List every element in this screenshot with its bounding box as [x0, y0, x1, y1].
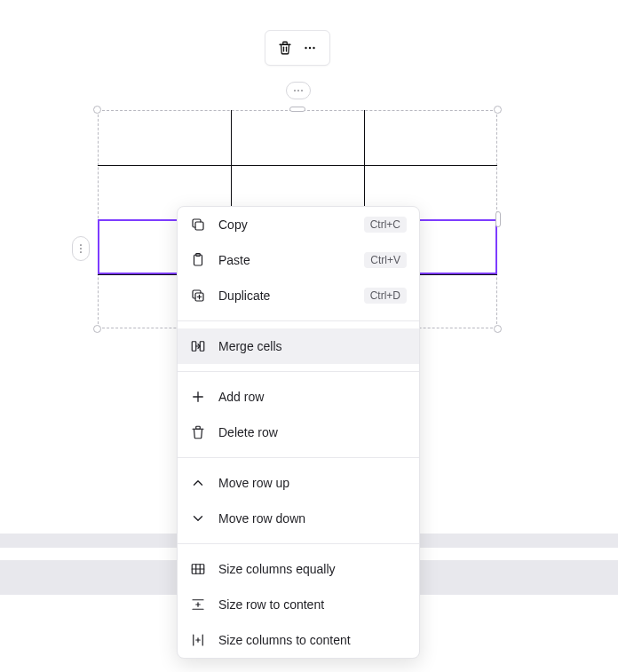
- column-options-button[interactable]: [286, 82, 311, 99]
- menu-add-row[interactable]: Add row: [178, 379, 419, 415]
- svg-rect-14: [200, 342, 204, 352]
- plus-icon: [190, 389, 206, 405]
- svg-point-5: [301, 90, 303, 91]
- svg-point-6: [80, 244, 82, 246]
- svg-rect-9: [195, 222, 203, 230]
- menu-paste[interactable]: Paste Ctrl+V: [178, 242, 419, 278]
- menu-label: Add row: [218, 390, 407, 404]
- menu-label: Move row down: [218, 511, 407, 526]
- resize-handle-tr[interactable]: [494, 106, 502, 114]
- menu-size-cols-equally[interactable]: Size columns equally: [178, 551, 419, 587]
- menu-label: Size row to content: [218, 597, 407, 612]
- menu-label: Paste: [218, 253, 352, 267]
- menu-label: Size columns equally: [218, 562, 407, 576]
- menu-label: Delete row: [218, 425, 407, 439]
- svg-point-3: [294, 90, 296, 91]
- resize-handle-right[interactable]: [495, 211, 501, 227]
- trash-icon[interactable]: [277, 40, 293, 56]
- menu-separator: [178, 457, 419, 458]
- menu-duplicate[interactable]: Duplicate Ctrl+D: [178, 278, 419, 313]
- menu-separator: [178, 543, 419, 544]
- merge-icon: [190, 338, 206, 354]
- trash-icon: [190, 424, 206, 440]
- chevron-up-icon: [190, 475, 206, 491]
- row-fit-icon: [190, 597, 206, 613]
- resize-handle-bl[interactable]: [93, 325, 101, 333]
- shortcut: Ctrl+V: [364, 252, 407, 268]
- context-menu: Copy Ctrl+C Paste Ctrl+V Duplicate Ctrl+…: [177, 206, 420, 659]
- menu-label: Move row up: [218, 476, 407, 490]
- menu-separator: [178, 371, 419, 372]
- menu-label: Duplicate: [218, 289, 352, 303]
- svg-point-7: [80, 248, 82, 249]
- svg-rect-13: [192, 342, 196, 352]
- svg-point-1: [309, 47, 311, 49]
- resize-handle-br[interactable]: [494, 325, 502, 333]
- row-options-button[interactable]: [72, 236, 90, 261]
- resize-handle-top[interactable]: [289, 107, 305, 112]
- svg-point-2: [313, 47, 314, 49]
- cols-fit-icon: [190, 632, 206, 648]
- shortcut: Ctrl+D: [364, 288, 407, 304]
- menu-size-cols-content[interactable]: Size columns to content: [178, 622, 419, 658]
- copy-icon: [190, 217, 206, 233]
- menu-copy[interactable]: Copy Ctrl+C: [178, 207, 419, 242]
- selection-toolbar: [265, 30, 330, 66]
- menu-size-row-content[interactable]: Size row to content: [178, 587, 419, 622]
- duplicate-icon: [190, 288, 206, 304]
- resize-handle-tl[interactable]: [93, 106, 101, 114]
- menu-merge-cells[interactable]: Merge cells: [178, 328, 419, 364]
- svg-point-8: [80, 251, 82, 253]
- columns-equal-icon: [190, 561, 206, 577]
- chevron-down-icon: [190, 510, 206, 526]
- svg-point-0: [305, 47, 306, 49]
- more-icon[interactable]: [302, 40, 318, 56]
- menu-label: Merge cells: [218, 339, 407, 353]
- menu-move-row-up[interactable]: Move row up: [178, 465, 419, 501]
- shortcut: Ctrl+C: [364, 217, 407, 233]
- menu-label: Copy: [218, 217, 352, 232]
- menu-delete-row[interactable]: Delete row: [178, 415, 419, 450]
- table-row-divider[interactable]: [98, 165, 497, 166]
- menu-label: Size columns to content: [218, 633, 407, 647]
- svg-point-4: [297, 90, 299, 91]
- menu-separator: [178, 320, 419, 321]
- menu-move-row-down[interactable]: Move row down: [178, 501, 419, 536]
- paste-icon: [190, 252, 206, 268]
